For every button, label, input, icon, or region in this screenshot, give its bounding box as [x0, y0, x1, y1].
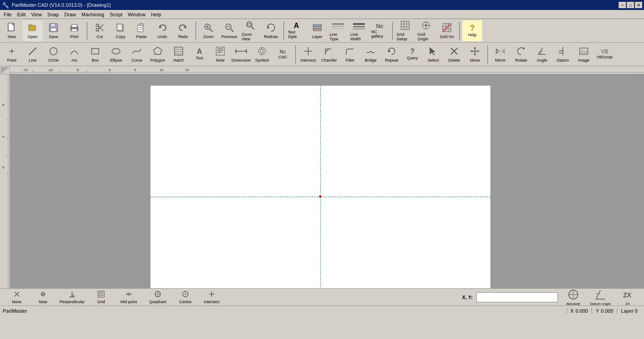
dimension-button[interactable]: Dimension [231, 44, 251, 65]
svg-rect-17 [140, 24, 143, 26]
x-label: X [571, 308, 574, 314]
select-button[interactable]: Select [423, 44, 443, 65]
minimize-button[interactable]: ─ [619, 2, 626, 8]
menu-edit[interactable]: Edit [15, 11, 29, 18]
box-icon [90, 46, 100, 58]
svg-rect-15 [117, 24, 122, 30]
print-button[interactable]: Print [64, 20, 84, 41]
redo-button[interactable]: Redo [173, 20, 193, 41]
snap-grid-icon [97, 291, 105, 299]
symbol-button[interactable]: Symbol [252, 44, 272, 65]
box-label: Box [92, 58, 99, 63]
line-button[interactable]: Line [23, 44, 43, 65]
paste-button[interactable]: Paste [131, 20, 151, 41]
delete-icon [449, 46, 459, 58]
textstyle-label: Text Style [288, 30, 305, 39]
hatch-button[interactable]: Hatch [169, 44, 189, 65]
menu-script[interactable]: Script [107, 11, 125, 18]
svg-line-30 [252, 27, 254, 29]
redraw-button[interactable]: Redraw [261, 20, 281, 41]
note-button[interactable]: Note [210, 44, 230, 65]
menu-help[interactable]: Help [148, 11, 164, 18]
menu-draw[interactable]: Draw [62, 11, 79, 18]
snap-centre-button[interactable]: Centre [173, 290, 198, 305]
open-icon [28, 23, 38, 34]
textstyle-button[interactable]: A Text Style [286, 20, 306, 41]
copy-button[interactable]: Copy [111, 20, 131, 41]
ncgallery-button[interactable]: Nc NC gallery [370, 20, 390, 41]
svg-line-56 [443, 24, 451, 32]
box-button[interactable]: Box [85, 44, 105, 65]
ellipse-button[interactable]: Ellipse [106, 44, 126, 65]
fillet-button[interactable]: Fillet [340, 44, 360, 65]
vbscript-button[interactable]: VB VBScript [595, 44, 615, 65]
intersect-button[interactable]: Intersect [298, 44, 318, 65]
menu-window[interactable]: Window [125, 11, 148, 18]
absolute-button[interactable]: Absolute [562, 290, 585, 305]
new-button[interactable]: New [2, 20, 22, 41]
polygon-button[interactable]: Polygon [148, 44, 168, 65]
text-button[interactable]: A Text [189, 44, 209, 65]
rotate-button[interactable]: Rotate [511, 44, 531, 65]
gridorigin-button[interactable]: Grid Origin [416, 20, 436, 41]
zx-button[interactable]: ZX ZX [616, 290, 639, 305]
status-appname: PartMaster [3, 308, 567, 314]
cnc-button[interactable]: Nc CNC [273, 44, 293, 65]
menu-file[interactable]: File [1, 11, 15, 18]
linewidth-button[interactable]: Line Width [349, 20, 369, 41]
svg-rect-42 [401, 21, 409, 29]
arc-button[interactable]: Arc [64, 44, 84, 65]
mirror-button[interactable]: Mirror [490, 44, 510, 65]
note-icon [215, 46, 225, 58]
query-button[interactable]: ? Query [402, 44, 422, 65]
gridon-button[interactable]: Grid On [437, 20, 457, 41]
menu-machining[interactable]: Machining [79, 11, 107, 18]
svg-text:15: 15 [185, 68, 189, 72]
svg-text:5: 5 [1, 104, 5, 106]
layer-button[interactable]: Layer [307, 20, 327, 41]
datum-origin-button[interactable]: Datum origin [589, 290, 612, 305]
snap-perpendicular-button[interactable]: Perpendicular [57, 290, 87, 305]
point-icon [7, 46, 17, 58]
snap-near-button[interactable]: Near [31, 290, 55, 305]
datum-button[interactable]: Datum [553, 44, 573, 65]
canvas-area[interactable] [10, 74, 644, 288]
curve-button[interactable]: Curve [127, 44, 147, 65]
cut-button[interactable]: Cut [90, 20, 110, 41]
snap-grid-button[interactable]: Grid [89, 290, 113, 305]
circle-button[interactable]: Circle [44, 44, 63, 65]
image-button[interactable]: Image [574, 44, 594, 65]
move-button[interactable]: Move [465, 44, 485, 65]
snap-intersect-button[interactable]: Intersect [199, 290, 224, 305]
ruler-left: 5 0 -5 [0, 74, 10, 288]
linetype-button[interactable]: Line Type [328, 20, 348, 41]
undo-button[interactable]: Undo [152, 20, 172, 41]
bridge-button[interactable]: Bridge [361, 44, 381, 65]
snap-midpoint-label: Mid point [121, 300, 137, 304]
paste-icon [136, 23, 146, 34]
restore-button[interactable]: □ [627, 2, 634, 8]
snap-quadrant-button[interactable]: Quadrant [144, 290, 171, 305]
previous-button[interactable]: Previous [219, 20, 239, 41]
zoomview-button[interactable]: Zoom View [240, 20, 260, 41]
point-button[interactable]: Point [2, 44, 22, 65]
angle-button[interactable]: Angle [532, 44, 552, 65]
snap-none-button[interactable]: None [5, 290, 29, 305]
save-button[interactable]: Save [44, 20, 63, 41]
repeat-button[interactable]: Repeat [382, 44, 402, 65]
chamfer-button[interactable]: Chamfer [319, 44, 339, 65]
menu-snap[interactable]: Snap [44, 11, 62, 18]
coord-input[interactable] [476, 292, 558, 302]
menu-view[interactable]: View [29, 11, 45, 18]
svg-line-84 [325, 49, 329, 53]
snap-midpoint-button[interactable]: Mid point [115, 290, 142, 305]
close-button[interactable]: ✕ [635, 2, 642, 8]
delete-button[interactable]: Delete [444, 44, 464, 65]
gridsetup-button[interactable]: Grid Setup [395, 20, 415, 41]
open-button[interactable]: Open [23, 20, 43, 41]
help-button[interactable]: ? Help [462, 20, 482, 41]
gridsetup-label: Grid Setup [397, 32, 414, 41]
save-label: Save [49, 34, 58, 39]
zx-label: ZX [625, 302, 630, 306]
zoom-button[interactable]: Zoom [199, 20, 218, 41]
